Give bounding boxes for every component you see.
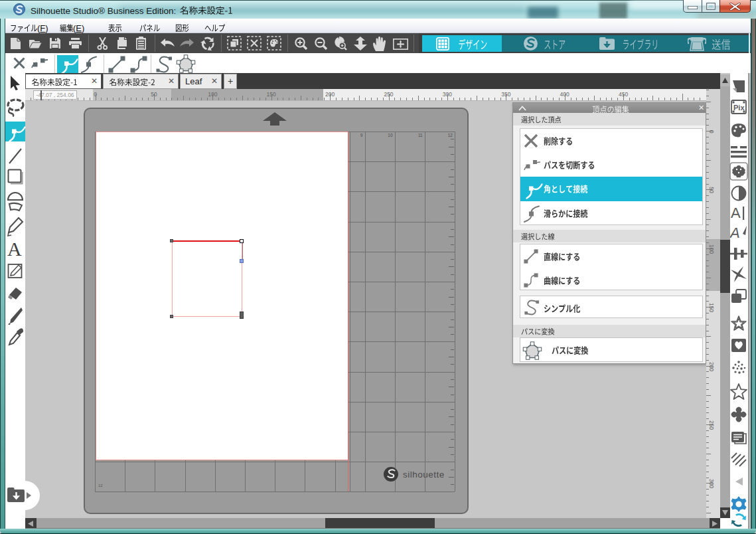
svg-text:A: A: [731, 205, 741, 221]
svg-text:A: A: [730, 224, 740, 241]
svg-text:Pix: Pix: [733, 104, 745, 112]
